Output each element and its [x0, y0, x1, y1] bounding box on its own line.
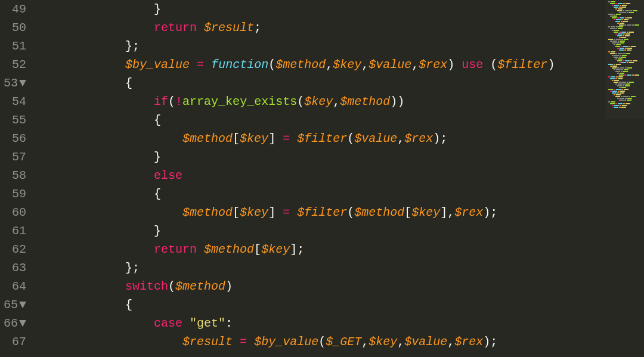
- code-line[interactable]: return $result;: [39, 18, 644, 37]
- code-token: $key: [369, 335, 397, 349]
- code-token: switch: [125, 280, 168, 293]
- line-number-value: 59: [12, 187, 26, 201]
- code-token: ,: [397, 132, 404, 145]
- line-number-value: 49: [12, 2, 26, 16]
- code-token: $by_value: [125, 58, 190, 72]
- line-number: 60: [4, 203, 26, 222]
- code-line[interactable]: {: [39, 111, 644, 129]
- line-number-value: 56: [12, 132, 26, 145]
- code-token: [247, 335, 254, 349]
- code-line[interactable]: else: [39, 166, 644, 185]
- code-token: [: [404, 206, 411, 219]
- code-token: }: [154, 224, 161, 238]
- minimap[interactable]: [606, 0, 644, 119]
- code-token: [197, 21, 204, 35]
- code-token: $key: [333, 58, 361, 72]
- line-number-value: 61: [12, 224, 26, 238]
- code-token: (: [168, 280, 175, 293]
- code-token: [233, 335, 240, 349]
- code-token: $result: [182, 335, 233, 349]
- code-token: $value: [369, 58, 411, 72]
- code-token: $rex: [419, 58, 447, 72]
- code-token: $result: [204, 21, 254, 35]
- code-editor[interactable]: 4950515253▼545556575859606162636465▼66▼6…: [0, 0, 644, 357]
- code-token: }: [154, 2, 161, 16]
- code-token: $value: [404, 335, 447, 349]
- code-token: [190, 58, 197, 72]
- code-line[interactable]: };: [39, 37, 644, 55]
- fold-toggle-icon[interactable]: ▼: [19, 316, 26, 330]
- code-token: {: [154, 187, 161, 201]
- code-line[interactable]: }: [39, 222, 644, 240]
- code-token: {: [125, 298, 132, 312]
- line-number: 63: [4, 259, 26, 277]
- line-number: 50: [4, 18, 26, 37]
- code-token: [454, 58, 462, 72]
- code-token: (: [490, 58, 497, 72]
- line-number: 65▼: [4, 296, 26, 314]
- code-line[interactable]: if(!array_key_exists($key,$method)): [39, 92, 644, 111]
- code-token: ,: [397, 335, 404, 349]
- code-token: $key: [304, 95, 333, 108]
- code-line[interactable]: {: [39, 185, 644, 203]
- line-number: 62: [4, 240, 26, 259]
- code-line[interactable]: $result = $by_value($_GET,$key,$value,$r…: [39, 333, 644, 351]
- line-number-value: 63: [12, 261, 26, 275]
- code-token: =: [240, 335, 247, 349]
- code-token: $key: [240, 206, 268, 219]
- code-token: };: [125, 261, 140, 275]
- code-token: case: [154, 316, 182, 330]
- code-token: ,: [326, 58, 333, 72]
- code-token: );: [483, 335, 497, 349]
- code-token: $value: [354, 132, 397, 145]
- code-line[interactable]: };: [39, 259, 644, 277]
- line-number: 53▼: [4, 74, 26, 92]
- code-line[interactable]: }: [39, 0, 644, 18]
- line-number-value: 54: [12, 95, 26, 108]
- code-line[interactable]: {: [39, 74, 644, 92]
- code-token: (: [297, 95, 304, 108]
- code-token: return: [154, 243, 197, 256]
- code-token: ,: [333, 95, 340, 108]
- code-token: =: [283, 132, 290, 145]
- code-line[interactable]: switch($method): [39, 277, 644, 296]
- code-token: ;: [254, 21, 261, 35]
- code-token: $filter: [297, 206, 347, 219]
- line-number: 66▼: [4, 314, 26, 333]
- code-line[interactable]: return $method[$key];: [39, 240, 644, 259]
- code-token: (: [347, 206, 354, 219]
- code-line[interactable]: $by_value = function($method,$key,$value…: [39, 55, 644, 74]
- line-number: 56: [4, 129, 26, 148]
- code-area[interactable]: } return $result; }; $by_value = functio…: [37, 0, 644, 357]
- code-token: };: [125, 39, 140, 53]
- code-line[interactable]: $method[$key] = $filter($method[$key],$r…: [39, 203, 644, 222]
- code-token: $key: [411, 206, 440, 219]
- code-line[interactable]: }: [39, 148, 644, 166]
- code-line[interactable]: {: [39, 296, 644, 314]
- fold-toggle-icon[interactable]: ▼: [19, 298, 26, 312]
- code-token: ,: [361, 335, 369, 349]
- code-line[interactable]: $method[$key] = $filter($value,$rex);: [39, 129, 644, 148]
- code-token: function: [211, 58, 268, 72]
- code-token: [275, 132, 283, 145]
- code-token: [204, 58, 211, 72]
- code-token: $by_value: [254, 335, 318, 349]
- line-number: 49: [4, 0, 26, 18]
- line-number-value: 65: [4, 298, 18, 312]
- code-token: }: [154, 150, 161, 164]
- code-token: [: [233, 132, 240, 145]
- line-number-value: 66: [4, 316, 18, 330]
- code-token: (: [268, 58, 275, 72]
- code-token: [275, 206, 283, 219]
- line-number: 54: [4, 92, 26, 111]
- code-token: $rex: [454, 206, 483, 219]
- code-line[interactable]: case "get":: [39, 314, 644, 333]
- code-token: {: [154, 113, 161, 127]
- fold-toggle-icon[interactable]: ▼: [19, 76, 26, 90]
- line-number-value: 53: [4, 76, 18, 90]
- line-number: 67: [4, 333, 26, 351]
- code-token: $method: [182, 206, 233, 219]
- code-token: :: [225, 316, 233, 330]
- code-token: (: [168, 95, 175, 108]
- code-token: [: [233, 206, 240, 219]
